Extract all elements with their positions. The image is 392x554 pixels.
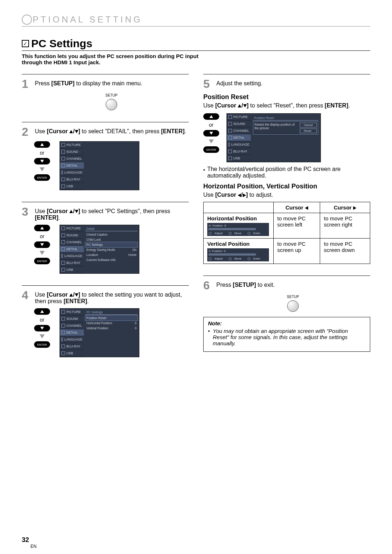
remote-up-down-enter: or ENTER (203, 113, 219, 153)
setup-circle-icon (106, 99, 117, 110)
step-3-text: Use [Cursor /] to select "PC Settings", … (35, 206, 189, 221)
remote-down-icon (34, 325, 50, 331)
page-number: 32 (22, 536, 29, 544)
step-1-text: Press [SETUP] to display the main menu. (35, 78, 189, 87)
step-number: 2 (22, 126, 31, 138)
setup-button-illustration: SETUP (34, 93, 189, 110)
osd-pc-settings-menu: PICTURE SOUND CHANNEL DETAIL LANGUAGE BL… (60, 308, 139, 357)
osd-main-menu: PICTURE SOUND CHANNEL DETAIL LANGUAGE BL… (60, 141, 139, 190)
cursor-left-col: Cursor (273, 202, 320, 213)
remote-enter-icon: ENTER (34, 341, 50, 348)
page-header: PTIONAL SETTING (22, 15, 370, 27)
position-table: Cursor Cursor Horizontal Position H. Pos… (203, 202, 370, 264)
remote-enter-icon: ENTER (203, 146, 219, 153)
hv-line: Use [Cursor /] to adjust. (203, 192, 370, 198)
remote-down-icon (34, 241, 50, 248)
right-column: 5 Adjust the setting. Position Reset Use… (203, 74, 370, 369)
page-language: EN (30, 544, 37, 549)
hv-heading: Horizontal Position, Vertical Position (203, 183, 370, 190)
step-5-text: Adjust the setting. (216, 78, 370, 87)
step-number: 6 (203, 280, 213, 291)
remote-up-down-enter: or ENTER (34, 308, 50, 348)
section-description: This function lets you adjust the PC scr… (22, 53, 211, 65)
left-column: 1 Press [SETUP] to display the main menu… (22, 74, 189, 369)
cursor-right-col: Cursor (320, 202, 370, 213)
note-box: Note: You may not obtain an appropriate … (203, 317, 370, 352)
h-position-osd: H. Position 0 Adjust Move Enter (207, 223, 269, 236)
remote-up-icon (34, 308, 50, 315)
step-5: 5 Adjust the setting. Position Reset Use… (203, 74, 370, 271)
remote-down-icon (34, 158, 50, 164)
remote-up-down-enter: or ENTER (34, 141, 50, 181)
osd-detail-menu: PICTURE SOUND CHANNEL DETAIL LANGUAGE BL… (60, 225, 139, 274)
remote-up-icon (34, 225, 50, 231)
step-number: 4 (22, 289, 31, 301)
step-6: 6 Press [SETUP] to exit. SETUP Note: You… (203, 276, 370, 359)
section-title-row: ✓ PC Settings (22, 37, 370, 51)
table-row: Vertical Position V. Position 0 Adjust M… (204, 239, 370, 264)
step-2-text: Use [Cursor /] to select "DETAIL", then … (35, 126, 189, 135)
step-4: 4 Use [Cursor /] to select the setting y… (22, 285, 189, 364)
osd-position-reset-dialog: PICTURE SOUND CHANNEL DETAIL LANGUAGE BL… (226, 113, 321, 162)
step-number: 5 (203, 78, 213, 90)
position-reset-heading: Position Reset (203, 93, 370, 101)
position-reset-bullet: • The horizontal/vertical position of th… (203, 166, 370, 179)
setup-circle-icon (287, 300, 299, 312)
table-row: Horizontal Position H. Position 0 Adjust… (204, 213, 370, 239)
note-item: You may not obtain an appropriate screen… (208, 328, 366, 346)
step-3: 3 Use [Cursor /] to select "PC Settings"… (22, 202, 189, 281)
osd-cancel-button: Cancel (300, 123, 317, 127)
step-4-text: Use [Cursor /] to select the setting you… (35, 289, 189, 305)
section-title: PC Settings (31, 37, 92, 50)
v-position-osd: V. Position 0 Adjust Move Enter (207, 248, 269, 261)
remote-up-icon (34, 141, 50, 148)
step-6-text: Press [SETUP] to exit. (216, 280, 370, 288)
header-o-icon (22, 15, 32, 25)
remote-up-icon (203, 113, 219, 120)
remote-down-icon (203, 130, 219, 137)
setup-button-illustration: SETUP (216, 295, 370, 312)
check-icon: ✓ (22, 40, 29, 47)
header-title: PTIONAL SETTING (33, 15, 142, 25)
remote-enter-icon: ENTER (34, 174, 50, 181)
step-number: 3 (22, 206, 31, 217)
step-number: 1 (22, 78, 31, 90)
position-reset-line: Use [Cursor /] to select "Reset", then p… (203, 102, 370, 109)
remote-up-down-enter: or ENTER (34, 225, 50, 264)
osd-reset-button: Reset (300, 129, 317, 133)
step-1: 1 Press [SETUP] to display the main menu… (22, 74, 189, 118)
remote-enter-icon: ENTER (34, 258, 50, 264)
step-2: 2 Use [Cursor /] to select "DETAIL", the… (22, 122, 189, 197)
note-title: Note: (208, 320, 366, 326)
